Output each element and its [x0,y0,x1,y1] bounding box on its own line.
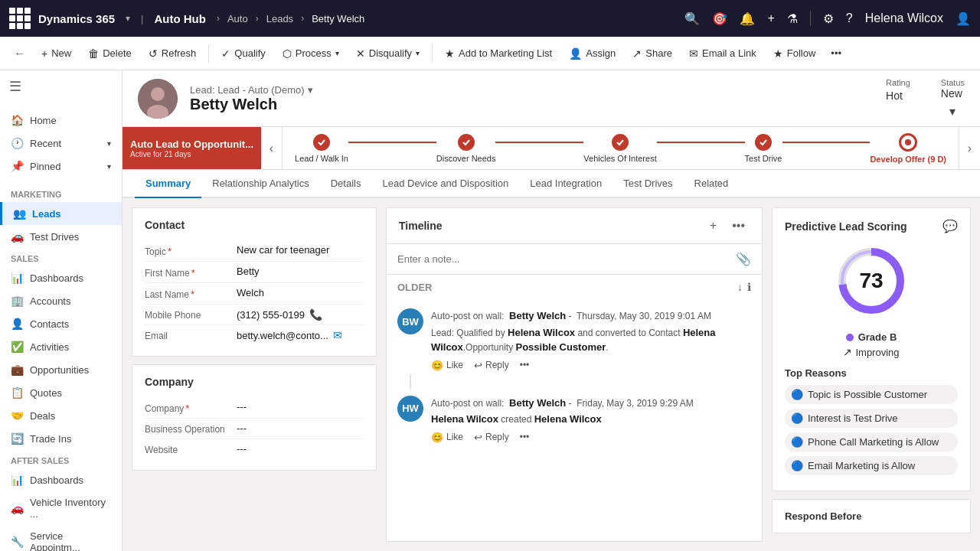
avatar-image [138,79,178,119]
breadcrumb-auto[interactable]: Auto [227,13,248,24]
refresh-button[interactable]: ↺ Refresh [141,44,204,64]
lastname-value[interactable]: Welch [237,287,364,298]
entry-1-avatar: BW [397,308,423,334]
activity-icon[interactable]: 🎯 [712,11,727,26]
sort-desc-button[interactable]: ↓ [737,281,743,293]
tab-details[interactable]: Details [320,170,372,198]
sidebar-item-service-appointments[interactable]: 🔧 Service Appointm... [0,525,122,551]
tab-summary[interactable]: Summary [135,170,201,198]
process-step-4[interactable]: Test Drive [745,134,782,163]
process-next-button[interactable]: › [959,127,980,169]
process-prev-button[interactable]: ‹ [261,127,283,169]
tab-test-drives[interactable]: Test Drives [612,170,683,198]
entry-2-more-button[interactable]: ••• [520,432,530,442]
user-profile[interactable]: Helena Wilcox [865,11,943,25]
qualify-button[interactable]: ✓ Qualify [214,44,273,64]
sidebar-item-dashboards-aftersales[interactable]: 📊 Dashboards [0,468,122,491]
company-name-value[interactable]: --- [237,401,364,412]
sidebar-item-contacts[interactable]: 👤 Contacts [0,312,122,335]
process-step-1[interactable]: Lead / Walk In [295,134,348,163]
app-title[interactable]: Dynamics 365 [38,12,115,25]
sidebar-item-test-drives[interactable]: 🚗 Test Drives [0,225,122,248]
sidebar-item-leads[interactable]: 👥 Leads [0,202,122,225]
sidebar-item-quotes[interactable]: 📋 Quotes [0,381,122,404]
email-label: Email [145,329,237,341]
record-type[interactable]: Lead: Lead - Auto (Demo) ▾ [190,84,874,96]
process-step-5[interactable]: Develop Offer (9 D) [870,133,946,164]
new-record-icon[interactable]: + [767,11,774,25]
waffle-menu[interactable] [9,8,31,29]
mobile-call-button[interactable]: 📞 [309,308,322,321]
sidebar-item-accounts[interactable]: 🏢 Accounts [0,289,122,312]
home-icon: 🏠 [11,114,24,126]
sidebar-item-trade-ins[interactable]: 🔄 Trade Ins [0,427,122,450]
help-icon[interactable]: ? [846,11,853,25]
sidebar-item-pinned[interactable]: 📌 Pinned ▾ [0,155,122,178]
process-step-3[interactable]: Vehicles Of Interest [583,134,656,163]
rating-value: Hot [886,90,910,102]
search-icon[interactable]: 🔍 [684,11,700,26]
reason-2-text: Interest is Test Drive [808,412,898,424]
tab-relationship-analytics[interactable]: Relationship Analytics [201,170,319,198]
entry-2-author: Betty Welch [509,397,566,409]
firstname-value[interactable]: Betty [237,266,364,277]
email-a-link-button[interactable]: ✉ Email a Link [681,44,764,64]
sidebar-item-opportunities[interactable]: 💼 Opportunities [0,358,122,381]
tab-lead-integration[interactable]: Lead Integration [519,170,612,198]
timeline-add-button[interactable]: + [705,217,721,234]
email-compose-button[interactable]: ✉ [333,329,342,341]
website-value[interactable]: --- [237,443,364,455]
entry-2-like-button[interactable]: 😊 Like [431,432,463,443]
process-button[interactable]: ⬡ Process ▾ [275,44,347,64]
advanced-find-icon[interactable]: ⚗ [787,11,798,26]
step-1-circle [313,134,330,151]
entry-1-more-button[interactable]: ••• [520,360,530,370]
filter-button[interactable]: ℹ [747,281,751,293]
user-avatar-icon[interactable]: 👤 [956,11,971,26]
email-text[interactable]: betty.welch@conto... [237,330,328,341]
timeline-more-button[interactable]: ••• [727,217,750,234]
reason-1-icon: 🔵 [791,389,803,400]
process-banner: Auto Lead to Opportunit... Active for 21… [122,127,261,169]
sidebar-collapse-button[interactable]: ☰ [0,70,122,103]
sidebar-item-vehicle-inventory[interactable]: 🚗 Vehicle Inventory ... [0,491,122,525]
timeline-older-section: OLDER ↓ ℹ [387,275,762,296]
sidebar-item-home[interactable]: 🏠 Home [0,109,122,132]
delete-button[interactable]: 🗑 Delete [80,44,139,64]
assign-button[interactable]: 👤 Assign [561,44,623,64]
timeline-note-input[interactable] [397,253,730,265]
entry-2-reply-button[interactable]: ↩ Reply [474,432,509,443]
sidebar-item-activities[interactable]: ✅ Activities [0,335,122,358]
tab-related[interactable]: Related [684,170,740,198]
like-icon-1: 😊 [431,360,443,371]
notifications-icon[interactable]: 🔔 [740,11,755,26]
topic-value[interactable]: New car for teenager [237,244,364,256]
score-circle: 73 [833,243,910,319]
follow-button[interactable]: ★ Follow [766,44,824,64]
sidebar-item-recent[interactable]: 🕐 Recent ▾ [0,132,122,155]
disqualify-button[interactable]: ✕ Disqualify ▾ [348,44,427,64]
new-button[interactable]: + New [34,44,79,64]
process-step-2[interactable]: Discover Needs [436,134,496,163]
more-commands-button[interactable]: ••• [825,44,848,63]
disqualify-icon: ✕ [356,47,365,60]
status-chevron[interactable]: ▾ [949,104,956,119]
score-chat-icon[interactable]: 💬 [942,219,958,233]
sidebar-item-deals[interactable]: 🤝 Deals [0,404,122,427]
breadcrumb-sep-2: › [256,13,259,24]
settings-icon[interactable]: ⚙ [823,11,834,26]
entry-1-like-button[interactable]: 😊 Like [431,360,463,371]
share-button[interactable]: ↗ Share [625,44,680,64]
history-button[interactable]: ← [8,41,32,66]
attach-icon[interactable]: 📎 [736,252,751,266]
tab-lead-device[interactable]: Lead Device and Disposition [371,170,519,198]
hub-name[interactable]: Auto Hub [154,12,205,25]
breadcrumb-leads[interactable]: Leads [266,13,293,24]
breadcrumb-sep-1: › [217,13,220,24]
add-to-marketing-list-button[interactable]: ★ Add to Marketing List [437,44,560,64]
sidebar-item-dashboards-sales[interactable]: 📊 Dashboards [0,266,122,289]
biz-operation-value[interactable]: --- [237,422,364,434]
entry-1-reply-button[interactable]: ↩ Reply [474,360,509,371]
mobile-number[interactable]: (312) 555-0199 [237,309,305,321]
reason-2-icon: 🔵 [791,412,803,424]
